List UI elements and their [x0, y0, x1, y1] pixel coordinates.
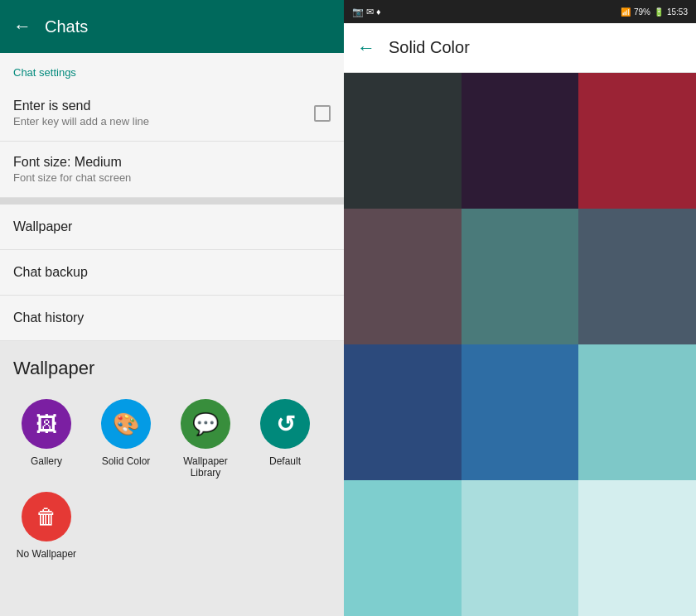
font-size-title: Font size: Medium — [13, 155, 131, 170]
right-panel: 📷 ✉ ♦ 📶 79% 🔋 15:53 ← Solid Color — [344, 0, 696, 616]
font-size-content: Font size: Medium Font size for chat scr… — [13, 155, 131, 184]
enter-is-send-checkbox[interactable] — [314, 105, 331, 122]
color-cell-7[interactable] — [462, 344, 579, 480]
battery-icon: 🔋 — [654, 7, 664, 17]
no-wallpaper-icon: 🗑 — [22, 492, 71, 541]
settings-item-enter-is-send[interactable]: Enter is send Enter key will add a new l… — [0, 85, 344, 142]
color-cell-11[interactable] — [578, 480, 696, 616]
left-panel: ← Chats Chat settings Enter is send Ente… — [0, 0, 344, 616]
wallpaper-section: Wallpaper 🖼 Gallery 🎨 Solid Color 💬 Wall… — [0, 341, 344, 616]
wifi-icon: 📶 — [621, 7, 631, 17]
solid-color-back-button[interactable]: ← — [357, 37, 375, 59]
color-cell-0[interactable] — [344, 73, 462, 209]
color-cell-6[interactable] — [344, 344, 462, 480]
settings-item-wallpaper[interactable]: Wallpaper — [0, 205, 344, 250]
wallpaper-option-solid[interactable]: 🎨 Solid Color — [93, 399, 159, 479]
chat-backup-label: Chat backup — [13, 265, 88, 279]
enter-is-send-subtitle: Enter key will add a new line — [13, 115, 149, 128]
divider-1 — [0, 198, 344, 205]
status-left-icons: 📷 ✉ ♦ — [352, 7, 381, 17]
wallpaper-option-gallery[interactable]: 🖼 Gallery — [13, 399, 80, 479]
gallery-icon: 🖼 — [22, 399, 71, 449]
page-title: Chats — [45, 17, 88, 36]
settings-item-chat-backup[interactable]: Chat backup — [0, 250, 344, 296]
back-button[interactable]: ← — [13, 16, 31, 37]
signal-text: 79% — [634, 7, 650, 17]
no-wallpaper-label: No Wallpaper — [17, 548, 76, 560]
wallpaper-library-label: Wallpaper Library — [172, 455, 239, 479]
color-cell-9[interactable] — [344, 480, 462, 616]
settings-item-content: Enter is send Enter key will add a new l… — [13, 99, 149, 128]
wallpaper-options: 🖼 Gallery 🎨 Solid Color 💬 Wallpaper Libr… — [13, 399, 331, 560]
wallpaper-label: Wallpaper — [13, 219, 72, 233]
settings-item-font-size[interactable]: Font size: Medium Font size for chat scr… — [0, 142, 344, 198]
default-label: Default — [269, 455, 301, 467]
default-icon: ↺ — [260, 399, 310, 449]
status-bar: 📷 ✉ ♦ 📶 79% 🔋 15:53 — [344, 0, 696, 23]
color-cell-1[interactable] — [462, 73, 579, 209]
right-header: ← Solid Color — [344, 23, 696, 73]
solid-color-icon: 🎨 — [101, 399, 151, 449]
left-header: ← Chats — [0, 0, 344, 53]
color-cell-8[interactable] — [578, 344, 696, 480]
time-display: 15:53 — [667, 7, 688, 17]
color-grid — [344, 73, 696, 616]
font-size-subtitle: Font size for chat screen — [13, 171, 131, 184]
gallery-label: Gallery — [31, 455, 62, 467]
chat-history-label: Chat history — [13, 310, 84, 325]
status-right-icons: 📶 79% 🔋 15:53 — [621, 7, 688, 17]
settings-item-chat-history[interactable]: Chat history — [0, 296, 344, 341]
color-cell-3[interactable] — [344, 209, 462, 344]
section-label: Chat settings — [0, 53, 344, 85]
wallpaper-option-library[interactable]: 💬 Wallpaper Library — [172, 399, 239, 479]
wallpaper-option-no-wallpaper[interactable]: 🗑 No Wallpaper — [13, 492, 80, 560]
solid-color-label: Solid Color — [102, 455, 151, 467]
solid-color-title: Solid Color — [389, 38, 470, 57]
color-cell-4[interactable] — [462, 209, 579, 344]
color-cell-10[interactable] — [462, 480, 579, 616]
color-cell-5[interactable] — [578, 209, 696, 344]
enter-is-send-title: Enter is send — [13, 99, 149, 113]
wallpaper-section-title: Wallpaper — [13, 358, 331, 379]
wallpaper-library-icon: 💬 — [181, 399, 230, 449]
color-cell-2[interactable] — [578, 73, 696, 209]
wallpaper-option-default[interactable]: ↺ Default — [252, 399, 318, 479]
